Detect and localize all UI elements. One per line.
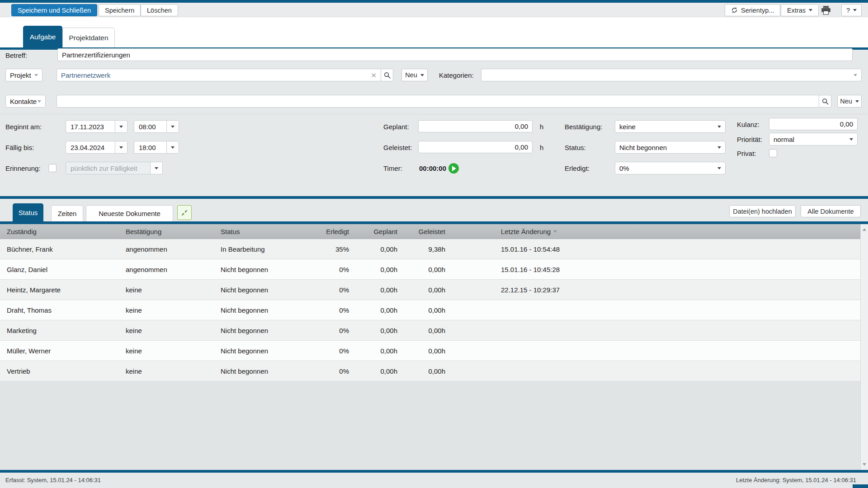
extras-button[interactable]: Extras xyxy=(781,4,819,16)
table-row[interactable]: Büchner, Frank angenommen In Bearbeitung… xyxy=(0,239,860,259)
projekt-type-select[interactable]: Projekt xyxy=(5,69,42,81)
kontakte-type-label: Kontakte xyxy=(10,98,37,105)
bestaetigung-select[interactable]: keine xyxy=(615,120,726,133)
print-button[interactable] xyxy=(819,4,833,16)
projekt-search-button[interactable] xyxy=(381,69,393,81)
scroll-down-button[interactable] xyxy=(861,461,868,468)
cell-geleistet: 0,00h xyxy=(397,306,445,314)
kulanz-input[interactable] xyxy=(769,118,857,130)
column-header-status[interactable]: Status xyxy=(221,228,304,235)
timer-label: Timer: xyxy=(383,164,402,172)
faellig-date-picker-button[interactable] xyxy=(115,141,127,153)
cell-bestaetigung: angenommen xyxy=(126,266,221,273)
geleistet-input[interactable] xyxy=(419,141,532,153)
save-button[interactable]: Speichern xyxy=(99,4,141,16)
subtab-neueste-dokumente[interactable]: Neueste Dokumente xyxy=(86,205,173,221)
chevron-down-icon xyxy=(855,100,859,103)
faellig-time-field[interactable]: 18:00 xyxy=(134,141,179,154)
column-header-erledigt[interactable]: Erledigt xyxy=(304,228,349,235)
cell-letzte-aenderung: 15.01.16 - 10:45:28 xyxy=(445,266,860,273)
kontakte-neu-button[interactable]: Neu xyxy=(837,95,862,108)
column-header-zustaendig[interactable]: Zuständig xyxy=(7,228,126,235)
column-header-geplant[interactable]: Geplant xyxy=(349,228,397,235)
projekt-type-label: Projekt xyxy=(10,71,31,79)
upload-files-button[interactable]: Datei(en) hochladen xyxy=(729,205,796,217)
kontakte-search-button[interactable] xyxy=(819,95,831,108)
scroll-up-button[interactable] xyxy=(861,226,868,233)
table-row[interactable]: Müller, Werner keine Nicht begonnen 0% 0… xyxy=(0,341,860,361)
beginnt-date-field[interactable]: 17.11.2023 xyxy=(66,120,127,133)
betreff-input[interactable] xyxy=(58,49,852,61)
column-header-bestaetigung[interactable]: Bestätigung xyxy=(126,228,221,235)
faellig-date-field[interactable]: 23.04.2024 xyxy=(66,141,127,154)
table-row[interactable]: Heintz, Margarete keine Nicht begonnen 0… xyxy=(0,280,860,300)
table-header-row: Zuständig Bestätigung Status Erledigt Ge… xyxy=(0,224,860,239)
chevron-down-icon xyxy=(717,126,721,128)
cell-erledigt: 35% xyxy=(304,245,349,253)
faellig-label: Fällig bis: xyxy=(5,144,34,151)
beginnt-time-field[interactable]: 08:00 xyxy=(134,120,179,133)
kontakte-type-select[interactable]: Kontakte xyxy=(5,95,46,108)
help-button[interactable]: ? xyxy=(841,4,862,16)
beginnt-time-picker-button[interactable] xyxy=(166,121,179,132)
cell-zustaendig: Heintz, Margarete xyxy=(7,286,126,294)
cell-geplant: 0,00h xyxy=(349,327,397,334)
status-select[interactable]: Nicht begonnen xyxy=(615,141,726,154)
cell-status: Nicht begonnen xyxy=(221,367,304,375)
projekt-value: Partnernetzwerk xyxy=(61,71,110,79)
printer-icon xyxy=(821,6,831,15)
collapse-panel-button[interactable] xyxy=(177,205,192,220)
serientyp-button[interactable]: Serientyp... xyxy=(725,4,780,16)
kategorien-select[interactable] xyxy=(481,69,862,81)
extras-label: Extras xyxy=(787,7,806,14)
projekt-neu-button[interactable]: Neu xyxy=(401,69,428,81)
faellig-time-picker-button[interactable] xyxy=(166,141,179,153)
table-row[interactable]: Draht, Thomas keine Nicht begonnen 0% 0,… xyxy=(0,300,860,320)
betreff-label: Betreff: xyxy=(5,52,27,59)
cell-zustaendig: Büchner, Frank xyxy=(7,245,126,253)
chevron-down-icon xyxy=(420,74,424,76)
tab-projektdaten[interactable]: Projektdaten xyxy=(62,28,115,47)
column-header-letzte-aenderung[interactable]: Letzte Änderung xyxy=(445,228,860,235)
kulanz-label: Kulanz: xyxy=(737,121,760,128)
cell-zustaendig: Glanz, Daniel xyxy=(7,266,126,273)
cell-geplant: 0,00h xyxy=(349,266,397,273)
chevron-down-icon xyxy=(171,126,175,128)
cell-status: Nicht begonnen xyxy=(221,266,304,273)
column-header-geleistet[interactable]: Geleistet xyxy=(397,228,445,235)
serientyp-label: Serientyp... xyxy=(741,7,774,14)
subtab-zeiten[interactable]: Zeiten xyxy=(51,205,83,221)
cell-zustaendig: Draht, Thomas xyxy=(7,306,126,314)
vertical-scrollbar[interactable] xyxy=(860,224,868,470)
status-label: Status: xyxy=(565,144,586,151)
table-row[interactable]: Marketing keine Nicht begonnen 0% 0,00h … xyxy=(0,320,860,341)
beginnt-date-picker-button[interactable] xyxy=(115,121,127,132)
cell-erledigt: 0% xyxy=(304,286,349,294)
cell-erledigt: 0% xyxy=(304,327,349,334)
timer-play-button[interactable] xyxy=(448,163,459,174)
bestaetigung-value: keine xyxy=(619,123,636,131)
cell-geleistet: 0,00h xyxy=(397,327,445,334)
delete-button[interactable]: Löschen xyxy=(141,4,178,16)
table-row[interactable]: Vertrieb keine Nicht begonnen 0% 0,00h 0… xyxy=(0,361,860,381)
table-row[interactable]: Glanz, Daniel angenommen Nicht begonnen … xyxy=(0,259,860,280)
geplant-unit: h xyxy=(540,123,543,131)
cell-zustaendig: Vertrieb xyxy=(7,367,126,375)
chevron-down-icon xyxy=(38,100,41,103)
faellig-time-value: 18:00 xyxy=(134,141,166,153)
projekt-input[interactable]: Partnernetzwerk ✕ xyxy=(57,69,381,81)
erinnerung-select[interactable]: pünktlich zur Fälligkeit xyxy=(66,162,163,174)
all-documents-button[interactable]: Alle Dokumente xyxy=(801,205,861,217)
subtab-status[interactable]: Status xyxy=(13,203,43,221)
privat-checkbox[interactable] xyxy=(769,149,777,157)
prioritaet-select[interactable]: normal xyxy=(769,133,858,145)
chevron-down-button[interactable] xyxy=(150,162,162,174)
chevron-down-icon xyxy=(171,146,175,149)
kontakte-input[interactable] xyxy=(57,95,819,107)
geplant-input[interactable] xyxy=(419,121,532,132)
save-close-button[interactable]: Speichern und Schließen xyxy=(11,4,97,16)
clear-icon[interactable]: ✕ xyxy=(371,72,377,79)
erinnerung-checkbox[interactable] xyxy=(48,164,57,172)
erledigt-select[interactable]: 0% xyxy=(615,162,726,174)
tab-aufgabe[interactable]: Aufgabe xyxy=(23,26,62,47)
